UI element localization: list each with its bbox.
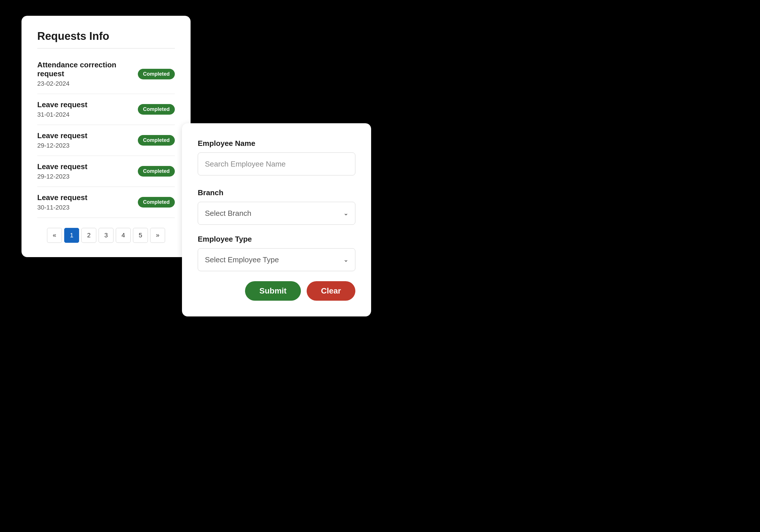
request-name: Leave request <box>37 131 87 140</box>
pagination-page-3[interactable]: 3 <box>99 228 114 243</box>
status-badge: Completed <box>138 135 175 146</box>
status-badge: Completed <box>138 166 175 176</box>
requests-info-card: Requests Info Attendance correction requ… <box>22 16 191 257</box>
branch-select-wrapper: Select Branch ⌄ <box>198 202 356 225</box>
request-date: 29-12-2023 <box>37 173 87 180</box>
request-items-list: Attendance correction request 23-02-2024… <box>37 54 175 218</box>
clear-button[interactable]: Clear <box>307 281 356 301</box>
employee-type-label: Employee Type <box>198 235 356 244</box>
request-name: Leave request <box>37 193 87 202</box>
list-item: Attendance correction request 23-02-2024… <box>37 54 175 94</box>
request-info: Leave request 29-12-2023 <box>37 162 87 180</box>
employee-type-select[interactable]: Select Employee Type <box>198 248 356 271</box>
requests-info-title: Requests Info <box>37 30 175 42</box>
request-date: 30-11-2023 <box>37 204 87 211</box>
pagination-page-1[interactable]: 1 <box>64 228 79 243</box>
request-info: Leave request 30-11-2023 <box>37 193 87 211</box>
request-info: Leave request 29-12-2023 <box>37 131 87 149</box>
employee-type-select-wrapper: Select Employee Type ⌄ <box>198 248 356 271</box>
status-badge: Completed <box>138 69 175 79</box>
request-info: Attendance correction request 23-02-2024 <box>37 61 138 87</box>
list-item: Leave request 31-01-2024 Completed <box>37 94 175 125</box>
pagination: « 1 2 3 4 5 » <box>37 228 175 243</box>
request-name: Leave request <box>37 162 87 171</box>
request-name: Attendance correction request <box>37 61 138 78</box>
branch-label: Branch <box>198 188 356 197</box>
pagination-prev[interactable]: « <box>47 228 62 243</box>
request-info: Leave request 31-01-2024 <box>37 100 87 119</box>
request-date: 29-12-2023 <box>37 142 87 149</box>
pagination-page-4[interactable]: 4 <box>116 228 131 243</box>
title-divider <box>37 48 175 48</box>
submit-button[interactable]: Submit <box>245 281 301 301</box>
filter-card: Employee Name Branch Select Branch ⌄ Emp… <box>182 123 371 316</box>
status-badge: Completed <box>138 104 175 115</box>
request-name: Leave request <box>37 100 87 109</box>
employee-name-label: Employee Name <box>198 139 356 148</box>
request-date: 31-01-2024 <box>37 111 87 119</box>
pagination-page-2[interactable]: 2 <box>81 228 96 243</box>
search-employee-input[interactable] <box>198 153 356 175</box>
action-buttons: Submit Clear <box>198 281 356 301</box>
request-date: 23-02-2024 <box>37 80 138 87</box>
status-badge: Completed <box>138 197 175 208</box>
branch-select[interactable]: Select Branch <box>198 202 356 225</box>
pagination-next[interactable]: » <box>150 228 165 243</box>
pagination-page-5[interactable]: 5 <box>133 228 148 243</box>
list-item: Leave request 30-11-2023 Completed <box>37 187 175 218</box>
list-item: Leave request 29-12-2023 Completed <box>37 156 175 187</box>
branch-section: Branch Select Branch ⌄ <box>198 188 356 225</box>
employee-type-section: Employee Type Select Employee Type ⌄ <box>198 235 356 271</box>
employee-name-section: Employee Name <box>198 139 356 185</box>
list-item: Leave request 29-12-2023 Completed <box>37 125 175 156</box>
